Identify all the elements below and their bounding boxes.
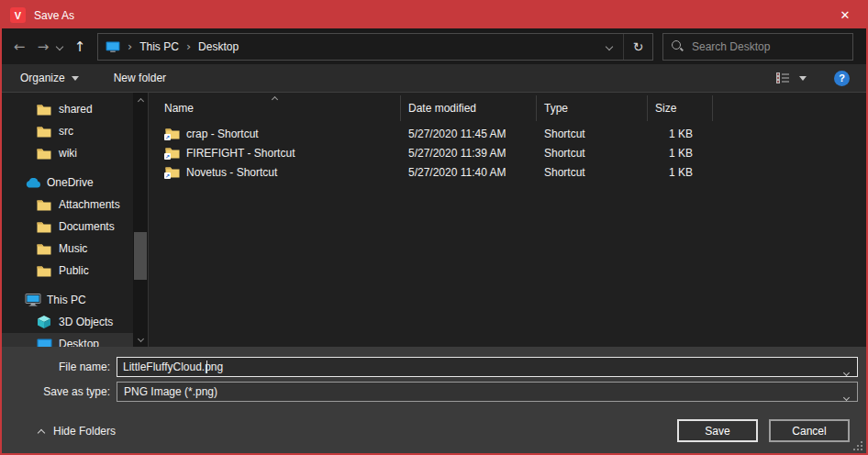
folder-icon xyxy=(37,148,51,160)
sidebar-item-label: OneDrive xyxy=(47,176,94,189)
file-name-input[interactable] xyxy=(117,361,857,373)
search-icon xyxy=(672,40,684,52)
sidebar-item-label: Desktop xyxy=(59,338,99,347)
sidebar-item-src[interactable]: src xyxy=(2,120,133,142)
sidebar-item-label: src xyxy=(59,125,73,138)
sidebar-item-label: Documents xyxy=(59,220,115,233)
this-pc-icon xyxy=(25,294,41,306)
save-as-type-select[interactable]: PNG Image (*.png) xyxy=(117,382,858,402)
file-size: 1 KB xyxy=(648,166,713,179)
sidebar-item-documents[interactable]: Documents xyxy=(2,216,133,238)
folder-shortcut-icon: ↗ xyxy=(165,166,180,178)
address-dropdown-button[interactable] xyxy=(595,34,623,60)
navigation-bar: ← → ↑ › This PC › Desktop ↻ xyxy=(2,28,866,64)
column-header-date-modified[interactable]: Date modified xyxy=(401,95,537,121)
titlebar: V Save As ✕ xyxy=(2,2,866,28)
refresh-icon[interactable]: ↻ xyxy=(623,34,652,60)
view-dropdown-icon[interactable] xyxy=(799,76,807,81)
sidebar-item-this-pc[interactable]: This PC xyxy=(2,289,133,311)
file-date-modified: 5/27/2020 11:39 AM xyxy=(401,147,537,160)
file-name-field[interactable] xyxy=(117,357,858,377)
save-as-dialog: V Save As ✕ ← → ↑ › This PC › Desktop ↻ xyxy=(0,0,868,455)
file-row[interactable]: ↗ Novetus - Shortcut 5/27/2020 11:40 AM … xyxy=(149,162,866,182)
search-box[interactable] xyxy=(662,33,853,61)
breadcrumb-desktop[interactable]: Desktop xyxy=(198,40,239,53)
folder-icon xyxy=(37,126,51,138)
column-header-name[interactable]: Name xyxy=(149,95,401,121)
file-date-modified: 5/27/2020 11:45 AM xyxy=(401,128,537,140)
file-type: Shortcut xyxy=(537,166,648,179)
recent-locations-chevron-icon[interactable] xyxy=(56,42,63,50)
vivaldi-logo-icon: V xyxy=(10,7,26,23)
onedrive-icon xyxy=(25,178,41,188)
file-name-dropdown-icon[interactable] xyxy=(844,365,849,378)
back-icon[interactable]: ← xyxy=(7,39,31,55)
file-list-area: Name Date modified Type Size xyxy=(148,93,866,347)
main-area: shared xyxy=(2,93,866,347)
close-icon[interactable]: ✕ xyxy=(824,2,866,28)
file-size: 1 KB xyxy=(648,128,713,140)
scrollbar-thumb[interactable] xyxy=(134,232,147,280)
sidebar-item-shared[interactable]: shared xyxy=(2,98,133,120)
cancel-button[interactable]: Cancel xyxy=(769,419,850,442)
column-header-size[interactable]: Size xyxy=(648,95,713,121)
help-icon[interactable]: ? xyxy=(834,71,850,86)
sidebar-item-label: wiki xyxy=(59,147,77,160)
file-size: 1 KB xyxy=(648,147,713,160)
save-button[interactable]: Save xyxy=(677,419,758,442)
address-bar[interactable]: › This PC › Desktop ↻ xyxy=(97,33,653,61)
sidebar-item-3d-objects[interactable]: 3D Objects xyxy=(2,311,133,333)
organize-button[interactable]: Organize xyxy=(20,72,79,84)
search-input[interactable] xyxy=(692,40,844,53)
resize-grip[interactable] xyxy=(853,441,862,450)
chevron-up-icon xyxy=(38,428,45,436)
folder-shortcut-icon: ↗ xyxy=(165,128,180,139)
file-row[interactable]: ↗ crap - Shortcut 5/27/2020 11:45 AM Sho… xyxy=(149,124,866,143)
scroll-up-icon[interactable] xyxy=(133,94,148,107)
sidebar-item-label: Music xyxy=(59,242,87,255)
file-name-label: File name: xyxy=(2,361,117,373)
file-row[interactable]: ↗ FIREFIGHT - Shortcut 5/27/2020 11:39 A… xyxy=(149,143,866,162)
up-icon[interactable]: ↑ xyxy=(68,39,92,55)
sidebar-item-attachments[interactable]: Attachments xyxy=(2,194,133,216)
new-folder-button[interactable]: New folder xyxy=(114,72,166,84)
save-as-type-label: Save as type: xyxy=(2,385,117,398)
command-toolbar: Organize New folder ? xyxy=(2,64,866,93)
file-type: Shortcut xyxy=(537,128,648,140)
folder-icon xyxy=(37,265,51,277)
organize-dropdown-icon xyxy=(72,76,79,81)
file-date-modified: 5/27/2020 11:40 AM xyxy=(401,166,537,179)
sort-ascending-icon xyxy=(272,96,278,103)
folder-icon xyxy=(37,221,51,233)
file-type: Shortcut xyxy=(537,147,648,160)
file-name-text: Novetus - Shortcut xyxy=(186,166,277,179)
shortcut-arrow-icon: ↗ xyxy=(164,134,171,140)
folder-shortcut-icon: ↗ xyxy=(165,147,180,159)
details-view-icon[interactable] xyxy=(776,72,790,83)
shortcut-arrow-icon: ↗ xyxy=(164,172,171,179)
window-title: Save As xyxy=(34,9,74,22)
shortcut-arrow-icon: ↗ xyxy=(164,153,171,160)
breadcrumb-separator: › xyxy=(128,39,132,53)
hide-folders-button[interactable]: Hide Folders xyxy=(39,419,116,442)
sidebar-item-desktop[interactable]: Desktop xyxy=(2,333,133,347)
desktop-icon xyxy=(37,338,52,348)
sidebar-item-public[interactable]: Public xyxy=(2,260,133,282)
text-caret xyxy=(206,361,207,373)
scroll-down-icon[interactable] xyxy=(133,332,148,345)
sidebar-item-wiki[interactable]: wiki xyxy=(2,142,133,164)
save-as-type-dropdown-icon xyxy=(844,390,849,403)
file-rows: ↗ crap - Shortcut 5/27/2020 11:45 AM Sho… xyxy=(149,124,866,182)
column-headers: Name Date modified Type Size xyxy=(149,95,866,121)
forward-icon[interactable]: → xyxy=(31,39,55,55)
sidebar-item-onedrive[interactable]: OneDrive xyxy=(2,172,133,194)
column-header-type[interactable]: Type xyxy=(537,95,648,121)
sidebar-scrollbar[interactable] xyxy=(133,93,148,347)
desktop-icon xyxy=(106,41,120,52)
sidebar-item-music[interactable]: Music xyxy=(2,238,133,260)
sidebar-item-label: Attachments xyxy=(59,198,120,211)
folder-icon xyxy=(37,199,51,211)
file-name-text: FIREFIGHT - Shortcut xyxy=(186,147,295,160)
folder-icon xyxy=(37,243,51,255)
breadcrumb-this-pc[interactable]: This PC xyxy=(139,40,179,53)
